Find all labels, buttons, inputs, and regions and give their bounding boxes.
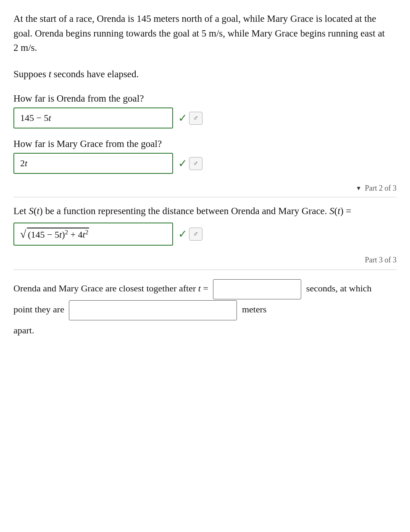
problem-statement: At the start of a race, Orenda is 145 me… [13,12,397,55]
q3-check-icon: ✓ [178,228,187,241]
q2-label: How far is Mary Grace from the goal? [13,139,397,149]
part4-input-1[interactable] [213,279,301,299]
q2-edit-icon[interactable]: ♂ [189,157,202,170]
q1-edit-icon[interactable]: ♂ [189,112,202,125]
part4-input-2[interactable] [69,300,237,320]
part4-text-5: apart. [13,325,34,335]
part2-indicator: ▼ Part 2 of 3 [13,184,397,193]
part4-text-2: seconds, at which [306,283,372,294]
q1-answer-row: 145 − 5t ✓ ♂ [13,107,397,128]
part4-sentence-2: point they are meters [13,299,397,320]
q1-label: How far is Orenda from the goal? [13,93,397,104]
collapse-triangle[interactable]: ▼ [356,185,362,192]
q3-input[interactable]: √(145 − 5t)2 + 4t2 [13,223,173,246]
q1-check-icon: ✓ [178,112,187,125]
divider-1 [13,197,397,197]
q2-answer-row: 2t ✓ ♂ [13,153,397,174]
q1-input[interactable]: 145 − 5t [13,107,173,128]
q2-check-icon: ✓ [178,157,187,170]
part4-sentence-3: apart. [13,320,397,341]
part4-text-3: point they are [13,304,64,314]
q3-label: Let S(t) be a function representing the … [13,206,397,217]
part4-sentence: Orenda and Mary Grace are closest togeth… [13,278,397,299]
q3-answer-row: √(145 − 5t)2 + 4t2 ✓ ♂ [13,223,397,246]
q3-edit-icon[interactable]: ♂ [189,228,202,241]
suppose-text: Suppoes t seconds have elapsed. [13,67,397,82]
part4-text-4: meters [242,304,267,314]
part3-indicator: Part 3 of 3 [13,256,397,265]
part4-text-1: Orenda and Mary Grace are closest togeth… [13,283,208,294]
divider-2 [13,270,397,270]
q2-input[interactable]: 2t [13,153,173,174]
